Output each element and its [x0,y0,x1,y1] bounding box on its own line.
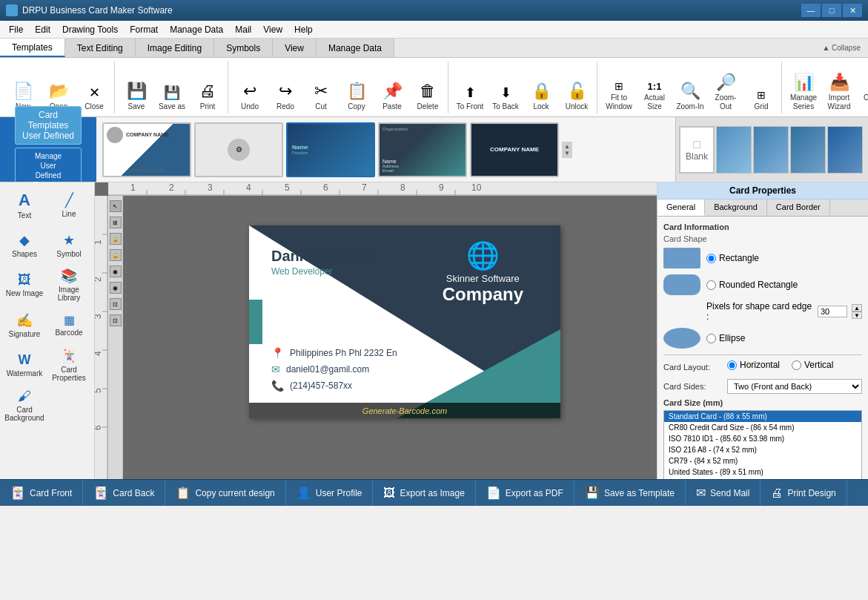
mini-tool-3[interactable]: 🔒 [110,249,122,261]
scroll-down-btn[interactable]: ▼ [564,150,570,156]
rounded-label[interactable]: Rounded Rectangle [706,280,798,290]
style-thumb-4[interactable] [827,126,863,174]
tool-new-image[interactable]: 🖼 New Image [3,266,46,304]
ribbon-save[interactable]: 💾 Save [119,65,153,113]
template-thumb-5[interactable]: COMPANY NAME [470,122,559,177]
tab-manage-data[interactable]: Manage Data [317,39,394,57]
bottom-user-profile[interactable]: 👤 User Profile [286,480,374,506]
ellipse-label[interactable]: Ellipse [706,333,745,343]
collapse-button[interactable]: ▲ Collapse [815,39,868,57]
ribbon-close[interactable]: ✕ Close [77,65,111,113]
template-thumb-4[interactable]: Organization NameAddressEmail [378,122,467,177]
mini-tool-7[interactable]: ⊡ [110,314,122,326]
menu-mail[interactable]: Mail [229,23,257,36]
vertical-label[interactable]: Vertical [792,360,833,370]
ribbon-createlist[interactable]: Σ Create List [858,65,868,113]
tab-view[interactable]: View [273,39,317,57]
template-thumb-3[interactable]: Name Position [286,122,375,177]
menu-view[interactable]: View [257,23,288,36]
tool-shapes[interactable]: ◆ Shapes [3,225,46,264]
menu-help[interactable]: Help [288,23,319,36]
mini-tool-select[interactable]: ↖ [110,200,122,212]
vertical-radio[interactable] [792,360,801,370]
bottom-save-template[interactable]: 💾 Save as Template [574,480,686,506]
rect-label[interactable]: Rectangle [706,253,759,263]
size-item-3[interactable]: ISO 216 A8 - (74 x 52 mm) [664,444,861,455]
pixels-input[interactable] [818,306,847,317]
pixels-down[interactable]: ▼ [852,311,862,319]
ribbon-paste[interactable]: 📌 Paste [375,65,409,113]
ribbon-grid[interactable]: ⊞ Grid [744,65,778,113]
ribbon-copy[interactable]: 📋 Copy [339,65,374,113]
bottom-card-back[interactable]: 🃏 Card Back [83,480,165,506]
tab-text-editing[interactable]: Text Editing [65,39,136,57]
rect-radio[interactable] [706,254,716,263]
business-card[interactable]: Daniel Thomas Web Developer 🌐 Skinner So… [249,225,560,418]
tool-card-properties[interactable]: 🃏 Card Properties [47,346,90,384]
menu-drawing-tools[interactable]: Drawing Tools [56,23,124,36]
tab-templates[interactable]: Templates [0,39,65,57]
size-item-1[interactable]: CR80 Credit Card Size - (86 x 54 mm) [664,422,861,433]
ribbon-redo[interactable]: ↪ Redo [268,65,302,113]
mini-tool-6[interactable]: ⊡ [110,298,122,310]
size-item-2[interactable]: ISO 7810 ID1 - (85.60 x 53.98 mm) [664,433,861,444]
tool-symbol[interactable]: ★ Symbol [47,225,90,264]
style-blank[interactable]: □ Blank [679,126,715,174]
tool-signature[interactable]: ✍ Signature [3,306,46,344]
style-thumb-3[interactable] [790,126,826,174]
panel-tab-background[interactable]: Background [705,200,767,216]
sides-select[interactable]: Two (Front and Back) [727,379,862,394]
style-thumb-2[interactable] [753,126,789,174]
ribbon-fitwindow[interactable]: ⊞ Fit to Window [602,65,636,113]
tool-watermark[interactable]: W Watermark [3,346,46,384]
bottom-export-pdf[interactable]: 📄 Export as PDF [476,480,574,506]
size-item-4[interactable]: CR79 - (84 x 52 mm) [664,455,861,467]
ribbon-saveas[interactable]: 💾 Save as [155,65,189,113]
ribbon-zoomout[interactable]: 🔎 Zoom-Out [709,65,743,113]
size-item-6[interactable]: United Kingdom - (85 x 55 mm) [664,478,861,479]
bottom-print-design[interactable]: 🖨 Print Design [761,480,847,506]
ribbon-importwizard[interactable]: 📥 Import Wizard [822,65,856,113]
tab-symbols[interactable]: Symbols [214,39,273,57]
panel-tab-general[interactable]: General [657,200,705,216]
panel-tab-cardborder[interactable]: Card Border [767,200,830,216]
rounded-radio[interactable] [706,280,716,290]
ribbon-print[interactable]: 🖨 Print [191,65,225,113]
tool-barcode[interactable]: ▦ Barcode [47,306,90,344]
ribbon-zoomin[interactable]: 🔍 Zoom-In [673,65,707,113]
template-thumb-1[interactable]: COMPANY NAME COMPANY NAME [102,122,191,177]
bottom-send-mail[interactable]: ✉ Send Mail [686,480,761,506]
bottom-export-image[interactable]: 🖼 Export as Image [373,480,475,506]
size-item-0[interactable]: Standard Card - (88 x 55 mm) [664,411,861,422]
style-thumb-1[interactable] [716,126,752,174]
tool-card-background[interactable]: 🖌 Card Background [3,386,46,424]
mini-tool-5[interactable]: ◉ [110,282,122,294]
ribbon-lock[interactable]: 🔒 Lock [524,65,558,113]
tool-line[interactable]: ╱ Line [47,185,90,224]
card-templates-btn[interactable]: Card Templates User Defined [15,106,82,145]
menu-format[interactable]: Format [124,23,164,36]
ribbon-actualsize[interactable]: 1:1 Actual Size [637,65,672,113]
ribbon-cut[interactable]: ✂ Cut [304,65,338,113]
bottom-copy-design[interactable]: 📋 Copy current design [165,480,285,506]
scroll-up-btn[interactable]: ▲ [564,143,570,150]
mini-tool-2[interactable]: 🔒 [110,233,122,245]
menu-manage-data[interactable]: Manage Data [164,23,229,36]
tool-image-library[interactable]: 📚 Image Library [47,266,90,304]
size-list[interactable]: Standard Card - (88 x 55 mm) CR80 Credit… [663,410,862,479]
minimize-button[interactable]: — [801,4,821,17]
ribbon-manageseries[interactable]: 📊 Manage Series [786,65,821,113]
pixels-up[interactable]: ▲ [852,304,862,311]
template-thumb-2[interactable]: ⚙ [194,122,283,177]
horizontal-radio[interactable] [727,360,737,370]
maximize-button[interactable]: □ [822,4,841,17]
size-item-5[interactable]: United States - (89 x 51 mm) [664,467,861,478]
ribbon-tofront[interactable]: ⬆ To Front [453,65,487,113]
ribbon-toback[interactable]: ⬇ To Back [488,65,523,113]
mini-tool-4[interactable]: ◉ [110,266,122,277]
menu-file[interactable]: File [3,23,29,36]
tab-image-editing[interactable]: Image Editing [136,39,214,57]
bottom-card-front[interactable]: 🃏 Card Front [0,480,83,506]
ribbon-unlock[interactable]: 🔓 Unlock [560,65,594,113]
tool-text[interactable]: A Text [3,185,46,224]
